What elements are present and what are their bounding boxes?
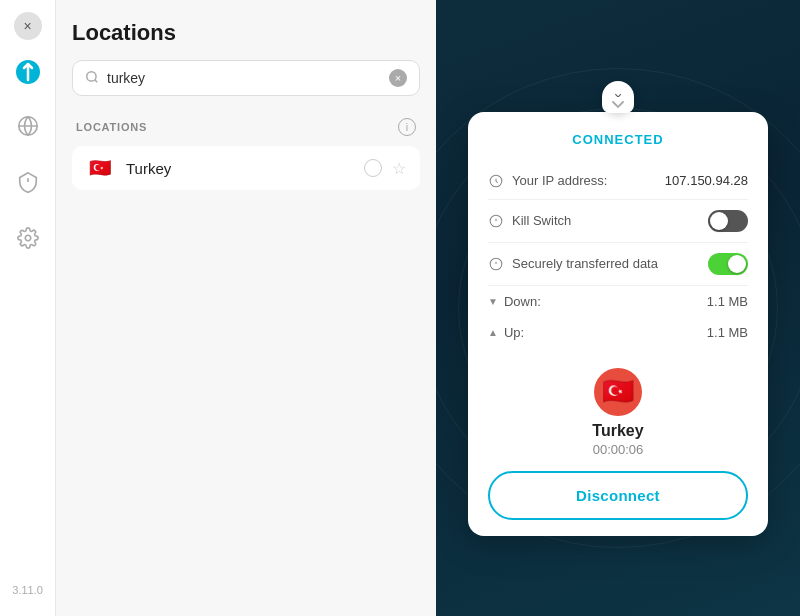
secure-data-toggle[interactable]: [708, 253, 748, 275]
shield-icon[interactable]: [10, 164, 46, 200]
vpn-panel: × CONNECTED Your IP address:: [436, 0, 800, 616]
download-row: ▼ Down: 1.1 MB: [488, 286, 748, 317]
up-value: 1.1 MB: [707, 325, 748, 340]
sidebar-nav: [10, 108, 46, 584]
down-arrow-icon: ▼: [488, 296, 498, 307]
upload-row: ▲ Up: 1.1 MB: [488, 317, 748, 348]
vpn-location-name: Turkey: [592, 422, 643, 440]
close-button[interactable]: ×: [14, 12, 42, 40]
svg-point-2: [87, 71, 96, 80]
kill-switch-row: Kill Switch: [488, 200, 748, 243]
kill-switch-toggle[interactable]: [708, 210, 748, 232]
vpn-card-container: × CONNECTED Your IP address:: [468, 81, 768, 536]
vpn-location-flag: 🇹🇷: [594, 368, 642, 416]
up-arrow-icon: ▲: [488, 327, 498, 338]
ip-value: 107.150.94.28: [665, 173, 748, 188]
disconnect-button[interactable]: Disconnect: [488, 471, 748, 520]
vpn-timer: 00:00:06: [593, 442, 644, 457]
vpn-status: CONNECTED: [488, 132, 748, 147]
app-logo: [12, 56, 44, 88]
ip-icon: [488, 173, 504, 189]
settings-icon[interactable]: [10, 220, 46, 256]
vpn-card: CONNECTED Your IP address: 107.150.94.28: [468, 112, 768, 536]
down-value: 1.1 MB: [707, 294, 748, 309]
svg-point-1: [25, 235, 31, 241]
secure-data-info-icon[interactable]: [488, 256, 504, 272]
search-bar: ×: [72, 60, 420, 96]
down-label: Down:: [504, 294, 541, 309]
turkey-flag: 🇹🇷: [86, 158, 114, 178]
app-version: 3.11.0: [12, 584, 43, 604]
search-input[interactable]: [107, 70, 389, 86]
globe-icon[interactable]: [10, 108, 46, 144]
kill-switch-info-icon[interactable]: [488, 213, 504, 229]
vpn-chevron[interactable]: [602, 97, 634, 113]
location-name: Turkey: [126, 160, 364, 177]
search-clear-button[interactable]: ×: [389, 69, 407, 87]
locations-title: Locations: [72, 20, 420, 46]
kill-switch-label: Kill Switch: [512, 213, 571, 228]
up-label: Up:: [504, 325, 524, 340]
vpn-location-section: 🇹🇷 Turkey 00:00:06 Disconnect: [488, 358, 748, 520]
location-item-turkey[interactable]: 🇹🇷 Turkey ☆: [72, 146, 420, 190]
search-icon: [85, 70, 99, 87]
section-info-icon[interactable]: i: [398, 118, 416, 136]
ip-row: Your IP address: 107.150.94.28: [488, 163, 748, 200]
locations-panel: Locations × LOCATIONS i 🇹🇷 Turkey ☆: [56, 0, 436, 616]
secure-data-row: Securely transferred data: [488, 243, 748, 286]
favorite-star[interactable]: ☆: [392, 159, 406, 178]
locations-section-header: LOCATIONS i: [72, 112, 420, 142]
sidebar: × 3.11.0: [0, 0, 56, 616]
location-radio[interactable]: [364, 159, 382, 177]
section-label: LOCATIONS: [76, 121, 147, 133]
ip-label: Your IP address:: [512, 173, 607, 188]
secure-data-label: Securely transferred data: [512, 256, 658, 271]
